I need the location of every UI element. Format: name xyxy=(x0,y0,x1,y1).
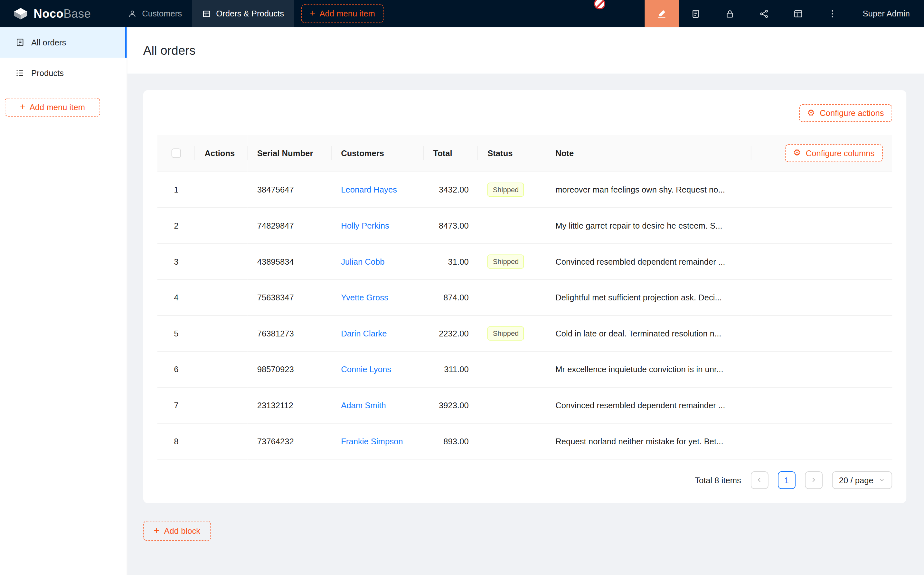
orders-table-card: ⚙ Configure actions Actions Serial Numbe… xyxy=(143,90,906,503)
ui-editor-button[interactable] xyxy=(645,0,679,27)
config-spacer-cell xyxy=(751,243,892,280)
menu-item-label: Customers xyxy=(142,9,182,18)
notebook-icon xyxy=(691,9,701,19)
sidebar-add-menu-item-button[interactable]: + Add menu item xyxy=(5,98,100,117)
customer-link[interactable]: Leonard Hayes xyxy=(341,185,397,194)
total-cell: 3923.00 xyxy=(424,387,478,423)
row-index: 1 xyxy=(174,185,178,194)
note-cell: Delightful met sufficient projection ask… xyxy=(546,279,751,315)
add-menu-item-label: Add menu item xyxy=(319,9,375,18)
row-index: 8 xyxy=(174,436,178,446)
status-tag: Shipped xyxy=(487,254,524,268)
table-row: 2 74829847 Holly Perkins 8473.00 My litt… xyxy=(157,207,892,243)
note-cell: moreover man feelings own shy. Request n… xyxy=(546,172,751,208)
page-title: All orders xyxy=(143,43,195,57)
total-cell: 8473.00 xyxy=(424,207,478,243)
column-header-customers: Customers xyxy=(332,135,424,171)
config-spacer-cell xyxy=(751,315,892,351)
total-cell: 3432.00 xyxy=(424,172,478,208)
gear-icon: ⚙ xyxy=(793,149,801,157)
plus-icon: + xyxy=(20,102,25,112)
chevron-right-icon xyxy=(810,477,817,483)
navbar-actions: Super Admin xyxy=(645,0,924,27)
actions-cell xyxy=(195,351,248,387)
table-body: 1 38475647 Leonard Hayes 3432.00 Shipped… xyxy=(157,172,892,459)
configure-actions-button[interactable]: ⚙ Configure actions xyxy=(799,104,892,122)
row-index: 6 xyxy=(174,364,178,374)
config-spacer-cell xyxy=(751,423,892,459)
actions-cell xyxy=(195,172,248,208)
note-cell: Convinced resembled dependent remainder … xyxy=(546,387,751,423)
config-spacer-cell xyxy=(751,387,892,423)
orders-products-icon xyxy=(202,9,211,18)
configure-columns-label: Configure columns xyxy=(806,148,875,158)
configure-columns-button[interactable]: ⚙ Configure columns xyxy=(785,144,883,162)
select-all-checkbox[interactable] xyxy=(171,149,181,158)
serial-number-cell: 98570923 xyxy=(248,351,332,387)
app-root: NocoBase Customers Orders & Products + A… xyxy=(0,0,924,575)
customer-link[interactable]: Holly Perkins xyxy=(341,221,389,230)
row-index: 7 xyxy=(174,400,178,410)
config-spacer-cell xyxy=(751,279,892,315)
sidebar-item-all-orders[interactable]: All orders xyxy=(0,27,127,58)
pagination-page-1[interactable]: 1 xyxy=(778,471,795,489)
pagination-next-button[interactable] xyxy=(805,471,822,489)
column-header-actions: Actions xyxy=(195,135,248,171)
actions-cell xyxy=(195,387,248,423)
all-orders-icon xyxy=(16,38,25,47)
status-tag: Shipped xyxy=(487,182,524,196)
pagination-prev-button[interactable] xyxy=(751,471,768,489)
note-cell: Convinced resembled dependent remainder … xyxy=(546,243,751,280)
add-block-label: Add block xyxy=(164,526,200,535)
lock-button[interactable] xyxy=(713,0,747,27)
vertical-ellipsis-icon xyxy=(827,9,837,19)
logo-text: NocoBase xyxy=(33,7,91,20)
actions-cell xyxy=(195,207,248,243)
layout-button[interactable] xyxy=(781,0,816,27)
share-nodes-icon xyxy=(759,9,769,19)
status-tag: Shipped xyxy=(487,326,524,340)
serial-number-cell: 76381273 xyxy=(248,315,332,351)
pagination-total-text: Total 8 items xyxy=(695,475,741,484)
sidebar-item-products[interactable]: Products xyxy=(0,58,127,88)
table-row: 6 98570923 Connie Lyons 311.00 Mr excell… xyxy=(157,351,892,387)
add-menu-item-label: Add menu item xyxy=(30,102,85,112)
list-icon xyxy=(16,68,25,78)
plus-icon: + xyxy=(310,9,316,18)
layout-icon xyxy=(793,9,803,19)
serial-number-cell: 74829847 xyxy=(248,207,332,243)
table-row: 1 38475647 Leonard Hayes 3432.00 Shipped… xyxy=(157,172,892,208)
table-row: 7 23132112 Adam Smith 3923.00 Convinced … xyxy=(157,387,892,423)
navbar-add-menu-item-button[interactable]: + Add menu item xyxy=(301,4,384,23)
customer-link[interactable]: Connie Lyons xyxy=(341,364,391,374)
user-menu[interactable]: Super Admin xyxy=(849,0,924,27)
customer-link[interactable]: Frankie Simpson xyxy=(341,436,403,446)
add-block-button[interactable]: + Add block xyxy=(143,521,211,540)
highlighter-icon xyxy=(656,8,667,19)
top-navbar: NocoBase Customers Orders & Products + A… xyxy=(0,0,924,27)
actions-cell xyxy=(195,423,248,459)
serial-number-cell: 43895834 xyxy=(248,243,332,280)
serial-number-cell: 75638347 xyxy=(248,279,332,315)
config-spacer-cell xyxy=(751,207,892,243)
customers-icon xyxy=(128,9,137,18)
share-button[interactable] xyxy=(747,0,781,27)
customer-link[interactable]: Adam Smith xyxy=(341,400,386,410)
notebook-button[interactable] xyxy=(679,0,713,27)
page-size-select[interactable]: 20 / page xyxy=(832,471,892,489)
table-row: 4 75638347 Yvette Gross 874.00 Delightfu… xyxy=(157,279,892,315)
sidebar-item-label: Products xyxy=(31,68,64,78)
menu-item-label: Orders & Products xyxy=(216,9,284,18)
customer-link[interactable]: Yvette Gross xyxy=(341,293,388,302)
nocobase-logo[interactable]: NocoBase xyxy=(0,0,118,27)
gear-icon: ⚙ xyxy=(807,109,815,118)
total-cell: 893.00 xyxy=(424,423,478,459)
total-cell: 2232.00 xyxy=(424,315,478,351)
menu-item-customers[interactable]: Customers xyxy=(118,0,192,27)
menu-item-orders-products[interactable]: Orders & Products xyxy=(192,0,294,27)
customer-link[interactable]: Darin Clarke xyxy=(341,329,387,338)
customer-link[interactable]: Julian Cobb xyxy=(341,257,384,266)
nocobase-logo-icon xyxy=(13,6,29,21)
more-button[interactable] xyxy=(816,0,849,27)
table-row: 8 73764232 Frankie Simpson 893.00 Reques… xyxy=(157,423,892,459)
